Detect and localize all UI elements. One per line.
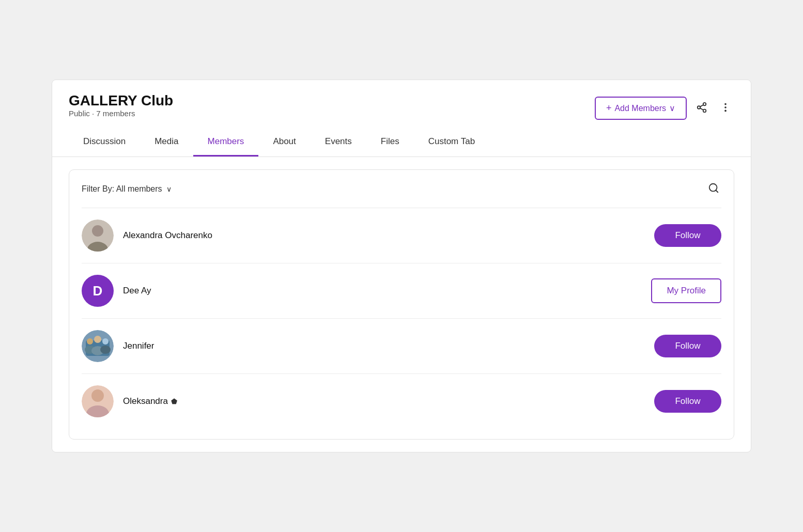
- main-content: Filter By: All members ∨: [52, 157, 751, 452]
- svg-line-3: [700, 108, 703, 110]
- follow-button-jennifer[interactable]: Follow: [654, 335, 721, 357]
- group-subtitle: Public · 7 members: [69, 109, 173, 118]
- tabs: Discussion Media Members About Events Fi…: [69, 128, 734, 157]
- avatar-alexandra: [82, 220, 114, 252]
- member-row: Alexandra Ovcharenko Follow: [82, 208, 721, 263]
- member-name-alexandra: Alexandra Ovcharenko: [123, 230, 212, 241]
- svg-line-4: [700, 105, 703, 107]
- svg-point-15: [87, 338, 93, 345]
- follow-button-oleksandra[interactable]: Follow: [654, 390, 721, 413]
- header-actions: + Add Members ∨: [595, 97, 734, 120]
- tab-discussion[interactable]: Discussion: [69, 128, 140, 157]
- member-info: Alexandra Ovcharenko: [82, 220, 212, 252]
- svg-point-7: [724, 110, 727, 112]
- header: GALLERY Club Public · 7 members + Add Me…: [52, 80, 751, 157]
- more-options-icon: [720, 102, 731, 113]
- svg-point-17: [102, 338, 109, 345]
- svg-point-16: [94, 336, 101, 343]
- member-name-oleksandra: Oleksandra ⬟: [123, 396, 177, 406]
- filter-chevron-icon: ∨: [166, 185, 172, 193]
- svg-line-9: [716, 190, 718, 192]
- tab-about[interactable]: About: [258, 128, 310, 157]
- filter-bar: Filter By: All members ∨: [82, 180, 721, 208]
- member-info: D Dee Ay: [82, 275, 151, 307]
- tab-media[interactable]: Media: [140, 128, 193, 157]
- share-button[interactable]: [693, 99, 711, 118]
- filter-by-dropdown[interactable]: Filter By: All members ∨: [82, 184, 172, 194]
- avatar-dee-ay: D: [82, 275, 114, 307]
- add-members-button[interactable]: + Add Members ∨: [595, 97, 687, 120]
- header-top: GALLERY Club Public · 7 members + Add Me…: [69, 92, 734, 124]
- plus-icon: +: [606, 103, 612, 114]
- search-button[interactable]: [706, 180, 721, 197]
- group-title: GALLERY Club: [69, 92, 173, 109]
- svg-point-5: [724, 103, 727, 105]
- avatar-oleksandra: [82, 385, 114, 417]
- filter-by-label: Filter By: All members: [82, 184, 162, 194]
- avatar-letter: D: [93, 283, 103, 299]
- svg-point-20: [100, 346, 111, 354]
- share-icon: [696, 102, 707, 113]
- member-name-dee-ay: Dee Ay: [123, 286, 151, 296]
- svg-point-22: [91, 389, 104, 402]
- more-options-button[interactable]: [717, 99, 734, 118]
- tab-events[interactable]: Events: [311, 128, 366, 157]
- member-info: Oleksandra ⬟: [82, 385, 177, 417]
- tab-files[interactable]: Files: [366, 128, 414, 157]
- filter-card: Filter By: All members ∨: [69, 169, 734, 440]
- tab-custom[interactable]: Custom Tab: [414, 128, 489, 157]
- member-name-jennifer: Jennifer: [123, 341, 154, 351]
- admin-badge-icon: ⬟: [171, 397, 177, 405]
- member-row: Oleksandra ⬟ Follow: [82, 374, 721, 429]
- member-info: Jennifer: [82, 330, 154, 362]
- avatar-jennifer: [82, 330, 114, 362]
- page-container: GALLERY Club Public · 7 members + Add Me…: [52, 80, 751, 452]
- member-row: D Dee Ay My Profile: [82, 263, 721, 319]
- add-members-label: Add Members: [614, 104, 666, 113]
- group-title-area: GALLERY Club Public · 7 members: [69, 92, 173, 124]
- follow-button-alexandra[interactable]: Follow: [654, 224, 721, 247]
- search-icon: [708, 182, 719, 194]
- member-row: Jennifer Follow: [82, 319, 721, 374]
- my-profile-button[interactable]: My Profile: [651, 278, 721, 303]
- svg-point-6: [724, 106, 727, 108]
- tab-members[interactable]: Members: [193, 128, 259, 157]
- add-members-chevron: ∨: [669, 103, 675, 113]
- svg-point-11: [92, 225, 103, 237]
